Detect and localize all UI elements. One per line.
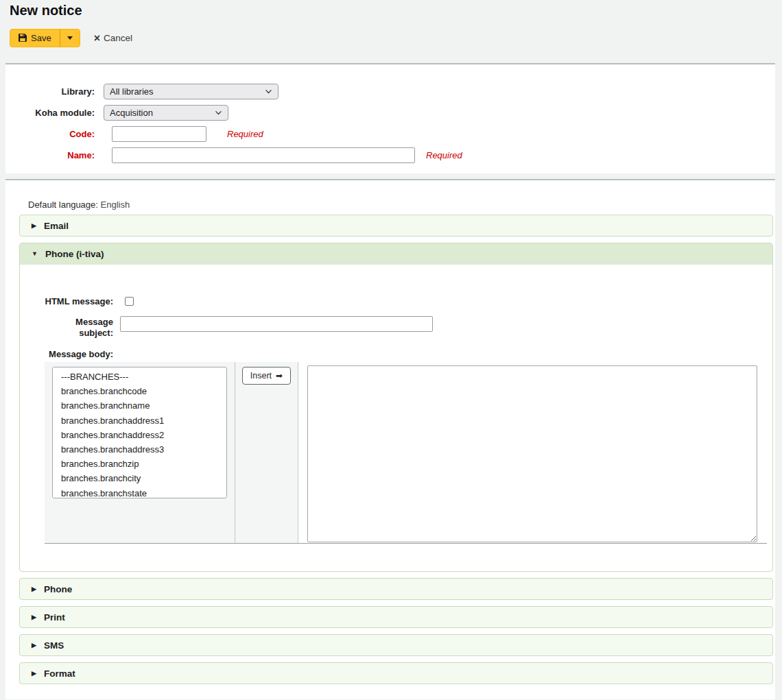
triangle-right-icon: ▶ xyxy=(32,586,36,592)
section-print[interactable]: ▶ Print xyxy=(19,606,773,628)
floppy-disk-icon xyxy=(19,34,27,42)
triangle-right-icon: ▶ xyxy=(32,642,36,649)
library-row: Library: All libraries xyxy=(5,84,775,99)
save-dropdown-toggle[interactable] xyxy=(60,29,80,47)
insert-cell: Insert ➡ xyxy=(235,362,298,543)
triangle-down-icon: ▼ xyxy=(32,251,38,257)
section-email-label: Email xyxy=(44,221,69,231)
section-format-label: Format xyxy=(44,668,75,679)
message-body-table: ---BRANCHES---branches.branchcodebranche… xyxy=(45,362,767,544)
field-option[interactable]: branches.branchname xyxy=(53,398,226,413)
phone-itiva-editor: HTML message: Message subject: Message b… xyxy=(20,265,772,571)
section-format[interactable]: ▶ Format xyxy=(19,662,773,684)
field-list-cell: ---BRANCHES---branches.branchcodebranche… xyxy=(45,362,235,543)
koha-module-row: Koha module: Acquisition xyxy=(5,105,775,121)
default-language-label: Default language: xyxy=(28,200,98,210)
name-row: Name: Required xyxy=(5,147,775,163)
toolbar: Save × Cancel xyxy=(10,28,782,47)
section-phone-itiva: ▼ Phone (i-tiva) HTML message: Message s… xyxy=(19,243,773,572)
arrow-right-icon: ➡ xyxy=(276,372,283,380)
editor-cell xyxy=(298,362,767,543)
triangle-right-icon: ▶ xyxy=(32,614,36,620)
field-option[interactable]: branches.branchstate xyxy=(53,486,226,498)
field-option[interactable]: branches.branchaddress3 xyxy=(53,442,226,457)
section-sms[interactable]: ▶ SMS xyxy=(19,634,773,656)
section-print-label: Print xyxy=(44,612,65,623)
field-option[interactable]: branches.branchcode xyxy=(53,384,226,398)
code-required-note: Required xyxy=(227,126,263,139)
section-phone-itiva-header[interactable]: ▼ Phone (i-tiva) xyxy=(20,243,772,265)
triangle-right-icon: ▶ xyxy=(32,223,36,229)
code-row: Code: Required xyxy=(5,126,775,142)
library-label: Library: xyxy=(5,84,95,97)
code-input[interactable] xyxy=(112,126,206,142)
cancel-button[interactable]: × Cancel xyxy=(94,33,132,43)
save-button-group: Save xyxy=(10,29,80,47)
save-button[interactable]: Save xyxy=(10,29,60,47)
close-icon: × xyxy=(94,34,100,43)
notice-settings-panel: Library: All libraries Koha module: Acqu… xyxy=(5,63,775,173)
section-sms-label: SMS xyxy=(44,640,64,651)
html-message-label: HTML message: xyxy=(20,295,113,307)
name-label: Name: xyxy=(5,147,95,160)
name-input[interactable] xyxy=(112,147,415,163)
field-option[interactable]: branches.branchcity xyxy=(53,471,226,485)
name-required-note: Required xyxy=(426,147,462,160)
insert-button-label: Insert xyxy=(250,371,272,381)
field-option[interactable]: branches.branchaddress1 xyxy=(53,413,226,428)
field-option[interactable]: branches.branchzip xyxy=(53,457,226,471)
message-subject-label: Message subject: xyxy=(20,316,113,339)
message-body-label: Message body: xyxy=(20,348,113,360)
koha-module-select[interactable]: Acquisition xyxy=(104,105,228,121)
message-body-textarea[interactable] xyxy=(307,365,757,542)
section-phone-itiva-label: Phone (i-tiva) xyxy=(45,249,104,259)
insert-button[interactable]: Insert ➡ xyxy=(242,367,291,385)
chevron-down-icon xyxy=(67,36,73,40)
message-subject-row: Message subject: xyxy=(20,316,772,339)
section-email[interactable]: ▶ Email xyxy=(19,215,773,237)
cancel-button-label: Cancel xyxy=(104,33,132,43)
default-language: Default language: English xyxy=(28,200,768,210)
page-title: New notice xyxy=(10,3,782,19)
field-listbox[interactable]: ---BRANCHES---branches.branchcodebranche… xyxy=(52,367,227,498)
triangle-right-icon: ▶ xyxy=(32,671,36,677)
notice-content-panel: Default language: English ▶ Email ▼ Phon… xyxy=(5,179,775,699)
default-language-value: English xyxy=(101,200,130,210)
section-phone[interactable]: ▶ Phone xyxy=(19,578,773,600)
code-label: Code: xyxy=(5,126,95,139)
html-message-checkbox[interactable] xyxy=(125,297,134,306)
library-select[interactable]: All libraries xyxy=(104,84,279,99)
save-button-label: Save xyxy=(31,33,51,43)
message-body-row: Message body: xyxy=(20,348,772,360)
message-subject-input[interactable] xyxy=(120,316,433,332)
field-option[interactable]: ---BRANCHES--- xyxy=(53,370,226,384)
field-option[interactable]: branches.branchaddress2 xyxy=(53,428,226,442)
html-message-row: HTML message: xyxy=(20,295,772,307)
section-phone-label: Phone xyxy=(44,584,72,594)
koha-module-label: Koha module: xyxy=(5,105,95,118)
